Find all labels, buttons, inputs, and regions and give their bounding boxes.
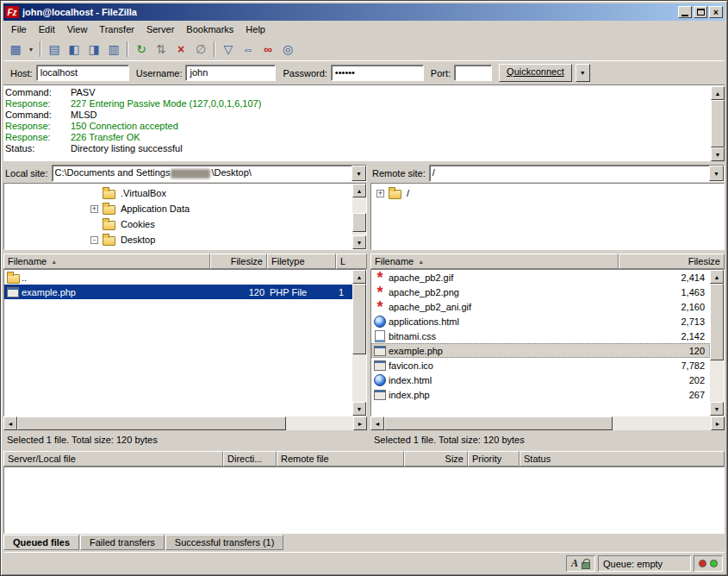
scroll-thumb[interactable] — [17, 416, 286, 430]
toggle-transfer-queue-button[interactable]: ▥ — [104, 40, 123, 59]
port-input[interactable] — [454, 65, 492, 81]
close-button[interactable]: × — [709, 6, 723, 18]
scroll-up-button[interactable]: ▲ — [710, 270, 724, 284]
file-row[interactable]: index.php267 — [371, 387, 710, 402]
toggle-remote-tree-button[interactable]: ◨ — [84, 40, 103, 59]
tree-item-application-data[interactable]: +Application Data — [4, 201, 352, 216]
scroll-left-button[interactable]: ◄ — [370, 416, 384, 430]
column-header-filetype[interactable]: Filetype — [267, 254, 336, 269]
directory-filter-button[interactable]: ▽ — [219, 40, 238, 59]
synchronized-browsing-button[interactable]: ∞ — [258, 40, 277, 59]
compare-directories-button[interactable]: ⇔ — [239, 40, 258, 59]
scroll-thumb[interactable] — [710, 284, 724, 360]
menu-file[interactable]: File — [5, 22, 33, 36]
scroll-right-button[interactable]: ► — [353, 416, 367, 430]
remote-site-combo[interactable]: / ▼ — [429, 165, 725, 182]
tree-item-root[interactable]: +/ — [371, 185, 724, 201]
toggle-message-log-button[interactable]: ▤ — [45, 40, 64, 59]
scroll-thumb[interactable] — [711, 100, 725, 147]
column-header-server-local-file[interactable]: Server/Local file — [3, 451, 223, 466]
transfer-queue-icon: ▥ — [108, 42, 119, 56]
maximize-button[interactable] — [694, 6, 707, 18]
tab-successful-transfers[interactable]: Successful transfers (1) — [165, 535, 284, 550]
column-header-direction[interactable]: Directi... — [223, 451, 277, 466]
local-site-combo[interactable]: C:\Documents and Settings\Desktop\ ▼ — [52, 165, 367, 182]
file-row[interactable]: *apache_pb2.png1,463 — [371, 285, 710, 299]
disconnect-button[interactable]: ∅ — [191, 40, 210, 59]
scroll-down-button[interactable]: ▼ — [710, 402, 724, 416]
expand-icon[interactable]: + — [90, 205, 98, 213]
scroll-up-button[interactable]: ▲ — [352, 184, 366, 197]
refresh-button[interactable]: ↻ — [132, 40, 151, 59]
collapse-icon[interactable]: - — [90, 236, 98, 244]
tab-queued-files[interactable]: Queued files — [3, 535, 79, 550]
column-header-remote-file[interactable]: Remote file — [277, 451, 404, 466]
menu-help[interactable]: Help — [240, 22, 271, 36]
scroll-thumb[interactable] — [352, 284, 366, 354]
find-files-button[interactable]: ◎ — [278, 40, 297, 59]
password-input[interactable]: •••••• — [331, 65, 424, 81]
local-status-text: Selected 1 file. Total size: 120 bytes — [3, 430, 367, 448]
file-row[interactable]: favicon.ico7,782 — [371, 358, 710, 373]
quickconnect-button[interactable]: Quickconnect — [499, 64, 572, 82]
cancel-button[interactable]: × — [171, 40, 190, 59]
quickconnect-dropdown[interactable]: ▼ — [576, 64, 590, 82]
menu-server[interactable]: Server — [140, 22, 180, 36]
menu-view[interactable]: View — [61, 22, 94, 36]
scroll-down-button[interactable]: ▼ — [352, 235, 366, 249]
file-row[interactable]: applications.html2,713 — [371, 314, 710, 329]
tab-failed-transfers[interactable]: Failed transfers — [80, 535, 165, 550]
expand-icon[interactable]: + — [376, 190, 384, 197]
file-row[interactable]: *apache_pb2.gif2,414 — [371, 270, 710, 285]
remote-tree-icon: ◨ — [88, 42, 99, 56]
tree-item-desktop[interactable]: -Desktop — [4, 232, 352, 247]
local-site-dropdown[interactable]: ▼ — [352, 166, 366, 181]
column-header-last-modified[interactable]: L — [336, 254, 367, 269]
remote-status-text: Selected 1 file. Total size: 120 bytes — [370, 430, 725, 448]
column-header-filename[interactable]: Filename▲ — [3, 254, 210, 269]
message-log: Command:PASV Response:227 Entering Passi… — [3, 85, 725, 161]
titlebar[interactable]: Fz john@localhost - FileZilla × — [3, 3, 725, 21]
image-file-icon: * — [373, 285, 387, 299]
queue-header: Server/Local file Directi... Remote file… — [3, 451, 725, 466]
scroll-thumb[interactable] — [384, 416, 613, 430]
scroll-up-button[interactable]: ▲ — [711, 86, 725, 100]
menu-edit[interactable]: Edit — [33, 22, 61, 36]
file-row-parent-dir[interactable]: .. — [4, 270, 352, 285]
scroll-right-button[interactable]: ► — [711, 416, 725, 430]
tree-item-virtualbox[interactable]: .VirtualBox — [4, 185, 352, 201]
toggle-local-tree-button[interactable]: ◧ — [65, 40, 84, 59]
scroll-down-button[interactable]: ▼ — [711, 147, 725, 161]
column-header-filename[interactable]: Filename▲ — [370, 254, 619, 269]
site-manager-dropdown[interactable]: ▼ — [26, 40, 36, 59]
file-row[interactable]: *apache_pb2_ani.gif2,160 — [371, 299, 710, 314]
toolbar-separator — [127, 41, 128, 57]
scroll-left-button[interactable]: ◄ — [3, 416, 17, 430]
file-row[interactable]: bitnami.css2,142 — [371, 329, 710, 343]
file-row-example-php[interactable]: example.php 120 PHP File 1 — [4, 285, 352, 299]
column-header-size[interactable]: Size — [404, 451, 468, 466]
host-input[interactable]: localhost — [36, 65, 129, 81]
column-header-filesize[interactable]: Filesize — [619, 254, 725, 269]
menu-transfer[interactable]: Transfer — [93, 22, 140, 36]
remote-site-dropdown[interactable]: ▼ — [709, 166, 724, 181]
file-row[interactable]: index.html202 — [371, 373, 710, 387]
css-file-icon — [373, 329, 387, 343]
minimize-button[interactable] — [678, 6, 692, 18]
scroll-up-button[interactable]: ▲ — [352, 270, 366, 284]
scroll-thumb[interactable] — [352, 213, 366, 232]
scroll-down-button[interactable]: ▼ — [352, 402, 366, 416]
host-label: Host: — [10, 68, 33, 78]
column-header-status[interactable]: Status — [520, 451, 725, 466]
process-queue-button[interactable]: ⇅ — [152, 40, 171, 59]
column-header-priority[interactable]: Priority — [468, 451, 520, 466]
tree-item-cookies[interactable]: Cookies — [4, 216, 352, 232]
local-site-label: Local site: — [3, 168, 48, 178]
file-row-example-php[interactable]: example.php120 — [371, 343, 710, 358]
folder-icon — [102, 186, 115, 200]
site-manager-button[interactable]: ▦ — [6, 40, 25, 59]
menu-bookmarks[interactable]: Bookmarks — [180, 22, 240, 36]
column-header-filesize[interactable]: Filesize — [210, 254, 267, 269]
username-input[interactable]: john — [185, 65, 276, 81]
folder-icon — [388, 186, 401, 200]
